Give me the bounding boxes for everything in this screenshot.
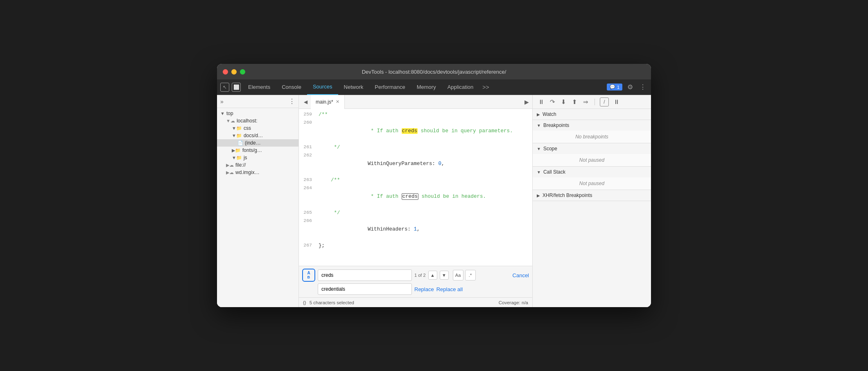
line-number: 263 bbox=[299, 176, 315, 184]
find-replace-toggle[interactable]: AB bbox=[302, 269, 315, 282]
xhr-section: ▶ XHR/fetch Breakpoints bbox=[533, 190, 651, 201]
cloud-closed-icon: ▶☁ bbox=[226, 170, 234, 175]
breakpoints-header[interactable]: ▼ Breakpoints bbox=[533, 120, 651, 131]
scope-section: ▼ Scope Not paused bbox=[533, 143, 651, 167]
tree-item-localhost[interactable]: ▼☁ localhost: bbox=[217, 117, 298, 124]
tree-label: css bbox=[244, 125, 251, 131]
titlebar: DevTools - localhost:8080/docs/devtools/… bbox=[217, 64, 651, 79]
pause-exceptions-icon[interactable]: ⏸ bbox=[612, 97, 621, 106]
code-line-260: 260 * If auth creds should be in query p… bbox=[299, 119, 532, 143]
code-number: 1 bbox=[414, 226, 417, 232]
right-toolbar: ⏸ ↷ ⬇ ⬆ ⇒ / ⏸ bbox=[533, 95, 651, 109]
file-sidebar: » ⋮ ▼ top ▼☁ localhost: bbox=[217, 95, 299, 307]
sidebar-collapse-icon[interactable]: » bbox=[220, 98, 224, 105]
code-text: WithinQueryParameters: bbox=[355, 161, 439, 167]
code-text: , bbox=[441, 161, 445, 167]
line-number: 264 bbox=[299, 184, 315, 209]
step-into-icon[interactable]: ⬇ bbox=[560, 97, 567, 107]
close-tab-icon[interactable]: ✕ bbox=[336, 99, 339, 104]
tree-item-docs[interactable]: ▼📁 docs/d… bbox=[217, 132, 298, 139]
code-line-264: 264 * If auth creds should be in headers… bbox=[299, 184, 532, 209]
tabbar: ↖ ⬜ Elements Console Sources Network Per… bbox=[217, 79, 651, 95]
scope-header[interactable]: ▼ Scope bbox=[533, 143, 651, 154]
tab-right-controls: 💬 1 ⚙ ⋮ bbox=[607, 81, 648, 93]
inspect-icon[interactable]: ↖ bbox=[220, 83, 229, 92]
breakpoints-content: No breakpoints bbox=[533, 131, 651, 143]
xhr-header[interactable]: ▶ XHR/fetch Breakpoints bbox=[533, 190, 651, 201]
editor-tabs: ◀ main.js* ✕ ▶ bbox=[299, 95, 532, 109]
find-prev-button[interactable]: ▲ bbox=[428, 271, 437, 280]
call-stack-title: Call Stack bbox=[543, 169, 565, 175]
watch-header[interactable]: ▶ Watch bbox=[533, 109, 651, 120]
step-over-icon[interactable]: ↷ bbox=[549, 97, 556, 107]
window-title: DevTools - localhost:8080/docs/devtools/… bbox=[362, 69, 506, 75]
editor-area: ◀ main.js* ✕ ▶ 259 /** 260 * bbox=[299, 95, 532, 307]
line-content: * If auth creds should be in query param… bbox=[315, 119, 532, 143]
find-input[interactable] bbox=[318, 269, 412, 281]
tab-application[interactable]: Application bbox=[442, 79, 479, 95]
file-icon: 📄 bbox=[237, 140, 243, 146]
tree-item-top[interactable]: ▼ top bbox=[217, 110, 298, 117]
regex-button[interactable]: .* bbox=[465, 270, 476, 281]
file-tree: ▼ top ▼☁ localhost: ▼📁 css bbox=[217, 108, 298, 307]
tree-label: (inde… bbox=[245, 140, 261, 146]
find-next-button[interactable]: ▼ bbox=[440, 271, 449, 280]
step-next-icon[interactable]: ⇒ bbox=[582, 97, 590, 107]
close-button[interactable] bbox=[223, 69, 228, 75]
scope-not-paused-label: Not paused bbox=[579, 157, 604, 163]
devtools-window: DevTools - localhost:8080/docs/devtools/… bbox=[217, 64, 651, 307]
scope-title: Scope bbox=[543, 146, 557, 152]
tab-console[interactable]: Console bbox=[276, 79, 307, 95]
cancel-find-button[interactable]: Cancel bbox=[513, 272, 529, 278]
editor-back-icon[interactable]: ◀ bbox=[302, 97, 309, 106]
format-button[interactable]: {} bbox=[303, 300, 306, 305]
sidebar-more-icon[interactable]: ⋮ bbox=[289, 97, 295, 105]
tab-memory[interactable]: Memory bbox=[411, 79, 442, 95]
selection-status: 5 characters selected bbox=[310, 300, 354, 305]
code-line-263: 263 /** bbox=[299, 176, 532, 184]
status-bar: {} 5 characters selected Coverage: n/a bbox=[299, 297, 532, 307]
tab-network[interactable]: Network bbox=[338, 79, 369, 95]
tree-item-imgix[interactable]: ▶☁ wd.imgix… bbox=[217, 169, 298, 176]
minimize-button[interactable] bbox=[231, 69, 237, 75]
more-tabs-icon[interactable]: >> bbox=[479, 84, 492, 90]
tree-item-index[interactable]: 📄 (inde… bbox=[217, 139, 298, 147]
tree-item-fonts[interactable]: ▶📁 fonts/g… bbox=[217, 147, 298, 154]
device-icon[interactable]: ⬜ bbox=[232, 83, 241, 92]
line-content: }; bbox=[315, 242, 532, 250]
tab-performance[interactable]: Performance bbox=[369, 79, 411, 95]
chat-badge[interactable]: 💬 1 bbox=[607, 84, 622, 90]
window-controls bbox=[223, 69, 245, 75]
replace-all-button[interactable]: Replace all bbox=[436, 286, 463, 292]
tab-elements[interactable]: Elements bbox=[242, 79, 276, 95]
more-options-icon[interactable]: ⋮ bbox=[638, 81, 648, 93]
match-case-button[interactable]: Aa bbox=[453, 270, 463, 281]
tree-item-js[interactable]: ▼📁 js bbox=[217, 154, 298, 161]
comment-suffix: should be in query parameters. bbox=[418, 128, 513, 134]
tree-item-file[interactable]: ▶☁ file:// bbox=[217, 161, 298, 169]
step-out-icon[interactable]: ⬆ bbox=[571, 97, 579, 107]
scope-content: Not paused bbox=[533, 154, 651, 166]
breakpoints-chevron-icon: ▼ bbox=[537, 123, 541, 128]
line-number: 267 bbox=[299, 242, 315, 250]
tab-sources[interactable]: Sources bbox=[307, 79, 338, 95]
code-number: 0 bbox=[439, 161, 442, 167]
comment-suffix: should be in headers. bbox=[418, 194, 486, 199]
tree-item-css[interactable]: ▼📁 css bbox=[217, 124, 298, 132]
find-row: AB 1 of 2 ▲ ▼ Aa .* Cancel bbox=[302, 269, 529, 282]
replace-input[interactable] bbox=[318, 283, 412, 295]
folder-open-icon: ▼📁 bbox=[232, 133, 242, 138]
watch-title: Watch bbox=[542, 111, 556, 117]
code-editor[interactable]: 259 /** 260 * If auth creds should be in… bbox=[299, 109, 532, 266]
deactivate-breakpoints-icon[interactable]: / bbox=[600, 97, 609, 106]
settings-icon[interactable]: ⚙ bbox=[626, 81, 635, 93]
editor-tab-main-js[interactable]: main.js* ✕ bbox=[311, 95, 345, 109]
run-snippet-icon[interactable]: ▶ bbox=[524, 99, 529, 105]
find-count: 1 of 2 bbox=[414, 273, 426, 278]
pause-resume-icon[interactable]: ⏸ bbox=[537, 97, 545, 106]
maximize-button[interactable] bbox=[240, 69, 245, 75]
call-stack-header[interactable]: ▼ Call Stack bbox=[533, 167, 651, 177]
replace-button[interactable]: Replace bbox=[414, 286, 434, 292]
breakpoints-title: Breakpoints bbox=[543, 122, 569, 128]
no-breakpoints-label: No breakpoints bbox=[575, 134, 608, 140]
